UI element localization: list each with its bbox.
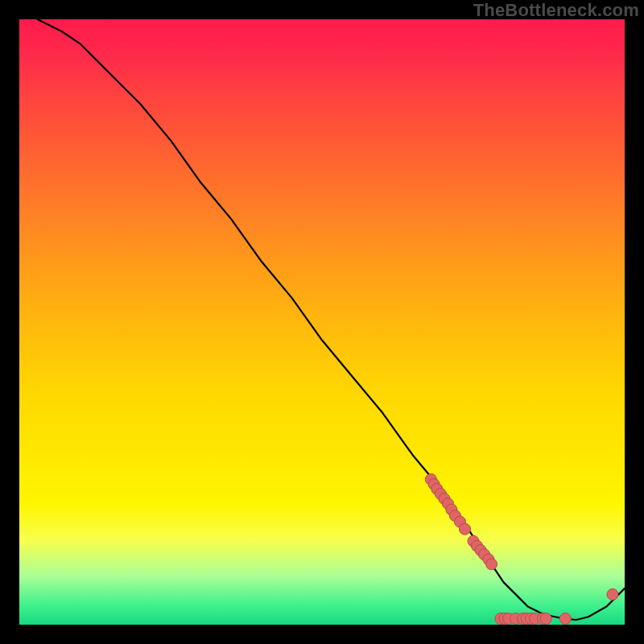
chart-svg xyxy=(19,19,625,625)
data-marker xyxy=(459,523,470,535)
curve-line xyxy=(38,19,625,620)
data-marker xyxy=(486,559,497,570)
watermark-text: TheBottleneck.com xyxy=(473,0,639,21)
data-marker xyxy=(559,613,571,624)
data-marker xyxy=(607,588,618,600)
data-marker xyxy=(540,613,551,624)
